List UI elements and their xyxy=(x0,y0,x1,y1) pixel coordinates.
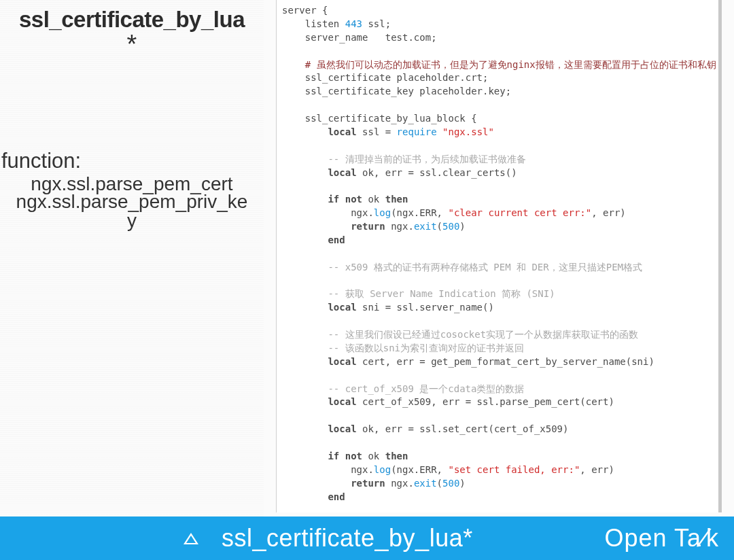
slide-title-star: * xyxy=(0,30,264,59)
footer-brand-open: Open Ta xyxy=(605,524,701,552)
code-line: local ssl = require "ngx.ssl" xyxy=(282,126,713,139)
code-line: -- cert_of_x509 是一个cdata类型的数据 xyxy=(282,383,713,396)
code-line xyxy=(282,436,713,450)
code-line: server { xyxy=(282,4,713,18)
triangle-icon xyxy=(184,533,198,544)
slide: ssl_certificate_by_lua * function: ngx.s… xyxy=(0,0,734,560)
code-line: -- 该函数以sni为索引查询对应的证书并返回 xyxy=(282,342,713,355)
code-line: local ok, err = ssl.clear_certs() xyxy=(282,167,713,180)
code-line: local cert, err = get_pem_format_cert_by… xyxy=(282,355,713,369)
code-line xyxy=(282,139,713,153)
code-line: local sni = ssl.server_name() xyxy=(282,301,713,315)
code-line: return ngx.exit(500) xyxy=(282,477,713,491)
slide-title: ssl_certificate_by_lua xyxy=(0,7,264,33)
code-line: # 虽然我们可以动态的加载证书，但是为了避免nginx报错，这里需要配置用于占位… xyxy=(282,58,713,72)
code-line: -- x509 格式的证书有两种存储格式 PEM 和 DER，这里只描述PEM格… xyxy=(282,261,713,275)
code-line xyxy=(282,275,713,288)
code-line xyxy=(282,369,713,383)
code-line: local cert_of_x509, err = ssl.parse_pem_… xyxy=(282,396,713,409)
code-line xyxy=(282,504,713,512)
code-line: local ok, err = ssl.set_cert(cert_of_x50… xyxy=(282,423,713,436)
slide-title-block: ssl_certificate_by_lua * xyxy=(0,4,264,59)
code-line xyxy=(282,179,713,193)
code-line: -- 获取 Server Name Indication 简称 (SNI) xyxy=(282,287,713,301)
footer-brand: Open Ta/k xyxy=(605,524,719,553)
code-line: listen 443 ssl; xyxy=(282,18,713,31)
code-line: if not ok then xyxy=(282,193,713,207)
code-line xyxy=(282,315,713,328)
code-line xyxy=(282,45,713,58)
right-pane: server { listen 443 ssl; server_name tes… xyxy=(264,0,734,517)
function-heading: function: xyxy=(0,149,264,173)
code-block: server { listen 443 ssl; server_name tes… xyxy=(276,0,722,512)
code-line: -- 这里我们假设已经通过cosocket实现了一个从数据库获取证书的函数 xyxy=(282,328,713,342)
code-line: return ngx.exit(500) xyxy=(282,220,713,234)
code-line xyxy=(282,409,713,423)
code-line: server_name test.com; xyxy=(282,31,713,45)
code-line: ssl_certificate_by_lua_block { xyxy=(282,112,713,126)
left-pane: ssl_certificate_by_lua * function: ngx.s… xyxy=(0,0,264,517)
code-line: end xyxy=(282,234,713,247)
code-line: -- 清理掉当前的证书，为后续加载证书做准备 xyxy=(282,153,713,167)
code-line: ngx.log(ngx.ERR, "set cert failed, err:"… xyxy=(282,463,713,477)
content-area: ssl_certificate_by_lua * function: ngx.s… xyxy=(0,0,734,517)
code-line xyxy=(282,99,713,112)
code-line: if not ok then xyxy=(282,450,713,463)
function-section: function: ngx.ssl.parse_pem_cert ngx.ssl… xyxy=(0,149,264,230)
code-line: ngx.log(ngx.ERR, "clear current cert err… xyxy=(282,207,713,220)
function-item-2: ngx.ssl.parse_pem_priv_key xyxy=(0,191,264,230)
code-line: end xyxy=(282,491,713,504)
footer-bar: ssl_certificate_by_lua* Open Ta/k xyxy=(0,517,734,560)
code-line: ssl_certificate placeholder.crt; xyxy=(282,71,713,85)
code-line: ssl_certificate_key placeholder.key; xyxy=(282,85,713,99)
footer-title: ssl_certificate_by_lua* xyxy=(222,524,473,553)
code-line xyxy=(282,247,713,261)
